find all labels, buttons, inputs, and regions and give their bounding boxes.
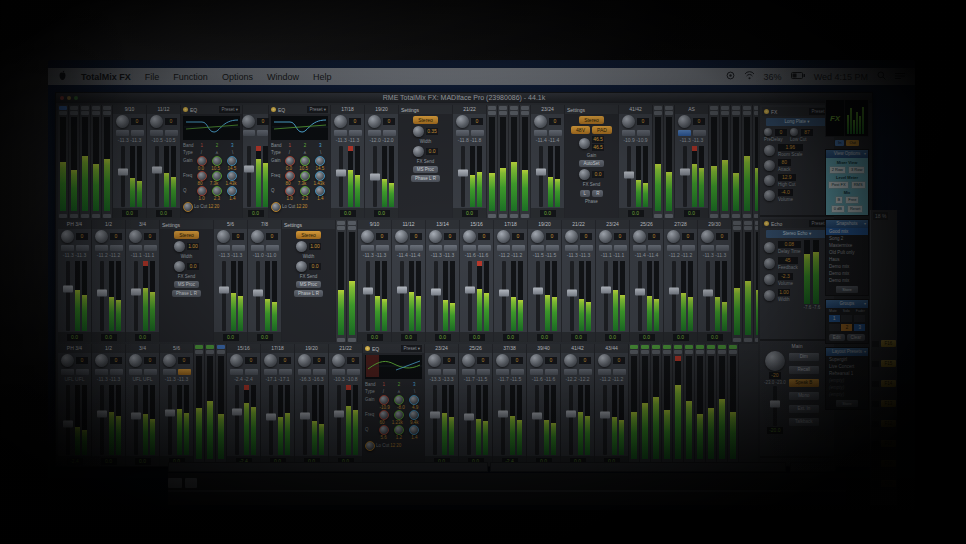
- background-badge[interactable]: F16: [881, 340, 896, 347]
- eq-gain-knob[interactable]: [409, 395, 419, 405]
- mute-button[interactable]: [534, 130, 547, 136]
- solo-button[interactable]: [279, 369, 292, 375]
- fader-handle[interactable]: [680, 169, 690, 176]
- solo-button[interactable]: [716, 245, 729, 251]
- main-fader-track[interactable]: [770, 386, 780, 426]
- pan-knob[interactable]: [264, 354, 277, 367]
- mini-channel-button[interactable]: [718, 345, 726, 349]
- solo-button[interactable]: [76, 369, 89, 375]
- mute-button[interactable]: [599, 245, 612, 251]
- eq-gain-knob[interactable]: [394, 395, 404, 405]
- group-cell[interactable]: [841, 315, 852, 322]
- solo-button[interactable]: [76, 245, 89, 251]
- mini-channel-button-2[interactable]: [718, 350, 726, 354]
- solo-button[interactable]: [165, 130, 178, 136]
- fader-handle[interactable]: [669, 288, 679, 295]
- menu-app-name[interactable]: TotalMix FX: [81, 72, 131, 82]
- fader-handle[interactable]: [97, 411, 107, 418]
- eq-band-1[interactable]: 1: [200, 143, 203, 148]
- menu-item-file[interactable]: File: [145, 72, 160, 82]
- eq-band-1[interactable]: 1: [382, 382, 385, 387]
- fader-handle[interactable]: [232, 408, 242, 415]
- pan-knob[interactable]: [598, 354, 611, 367]
- fader-track[interactable]: [131, 261, 141, 331]
- pan-knob[interactable]: [361, 230, 374, 243]
- spotlight-icon[interactable]: [877, 71, 886, 82]
- view-option-2row[interactable]: 2 Row: [829, 166, 846, 174]
- mute-button[interactable]: [129, 369, 142, 375]
- mute-button[interactable]: [497, 245, 510, 251]
- fader-handle[interactable]: [63, 286, 73, 293]
- pan-knob[interactable]: [463, 230, 476, 243]
- layout-preset-item[interactable]: Live Concert: [826, 363, 868, 370]
- fader-track[interactable]: [430, 385, 440, 455]
- fader-handle[interactable]: [464, 413, 474, 420]
- menu-item-window[interactable]: Window: [267, 72, 299, 82]
- mini-channel-button-2[interactable]: [217, 350, 225, 354]
- mute-button[interactable]: [264, 369, 277, 375]
- mini-channel-button[interactable]: [721, 106, 729, 110]
- mini-channel-button-2[interactable]: [630, 350, 638, 354]
- background-badge[interactable]: F10: [881, 460, 896, 467]
- eq-preset-select[interactable]: Preset ▾: [219, 106, 240, 113]
- fader-track[interactable]: [253, 261, 263, 331]
- main-button-extin[interactable]: Ext. In: [789, 405, 819, 413]
- pan-knob[interactable]: [429, 230, 442, 243]
- eq-q-knob[interactable]: [212, 186, 222, 196]
- minimize-icon[interactable]: [67, 96, 71, 100]
- solo-button[interactable]: [266, 245, 279, 251]
- main-button-dim[interactable]: Dim: [789, 353, 819, 361]
- solo-button[interactable]: [477, 369, 490, 375]
- fader-handle[interactable]: [97, 290, 107, 297]
- fader-track[interactable]: [458, 146, 468, 207]
- reverb-knob[interactable]: [764, 145, 775, 156]
- fader-handle[interactable]: [266, 414, 276, 421]
- pan-knob[interactable]: [462, 354, 475, 367]
- pan-knob[interactable]: [61, 354, 74, 367]
- reverb-knob[interactable]: [790, 128, 798, 136]
- fader-track[interactable]: [152, 146, 162, 207]
- echo-knob[interactable]: [764, 290, 775, 301]
- mute-button[interactable]: [116, 130, 129, 136]
- mute-button[interactable]: [332, 369, 345, 375]
- fader-track[interactable]: [703, 261, 713, 331]
- solo-button[interactable]: [349, 130, 362, 136]
- fader-track[interactable]: [669, 261, 679, 331]
- echo-knob[interactable]: [764, 258, 775, 269]
- fx-send-knob[interactable]: [579, 169, 590, 180]
- snapshot-item[interactable]: Old Pult only: [826, 249, 868, 256]
- fader-track[interactable]: [334, 385, 344, 455]
- solo-button[interactable]: [471, 130, 484, 136]
- mute-button[interactable]: [368, 130, 381, 136]
- mute-button[interactable]: [565, 245, 578, 251]
- fader-handle[interactable]: [703, 289, 713, 296]
- solo-button[interactable]: [549, 130, 562, 136]
- reverb-knob[interactable]: [764, 160, 775, 171]
- fader-track[interactable]: [232, 385, 242, 455]
- background-badge[interactable]: F11: [881, 440, 896, 447]
- snapshot-item[interactable]: Demo mix: [826, 270, 868, 277]
- width-knob[interactable]: [174, 241, 185, 252]
- fader-track[interactable]: [465, 261, 475, 331]
- reverb-knob[interactable]: [764, 128, 772, 136]
- fader-handle[interactable]: [635, 288, 645, 295]
- mute-button[interactable]: [150, 130, 163, 136]
- layout-presets-header[interactable]: Layout Presets: [826, 348, 868, 356]
- eq-gain-knob[interactable]: [227, 156, 237, 166]
- fader-track[interactable]: [131, 385, 141, 455]
- fader-track[interactable]: [499, 261, 509, 331]
- mini-channel-button[interactable]: [641, 345, 649, 349]
- fx-send-knob[interactable]: [413, 146, 424, 157]
- solo-button[interactable]: [614, 245, 627, 251]
- mini-channel-button-2[interactable]: [710, 111, 718, 115]
- group-cell[interactable]: 2: [841, 324, 852, 331]
- eq-freq-knob[interactable]: [300, 171, 310, 181]
- main-button-recall[interactable]: Recall: [789, 366, 819, 374]
- groups-header[interactable]: Groups: [826, 300, 868, 308]
- solo-button[interactable]: [443, 369, 456, 375]
- mute-button[interactable]: [429, 245, 442, 251]
- fader-handle[interactable]: [131, 288, 141, 295]
- mute-button[interactable]: [667, 245, 680, 251]
- solo-button[interactable]: [110, 369, 123, 375]
- mini-channel-button-2[interactable]: [754, 111, 758, 115]
